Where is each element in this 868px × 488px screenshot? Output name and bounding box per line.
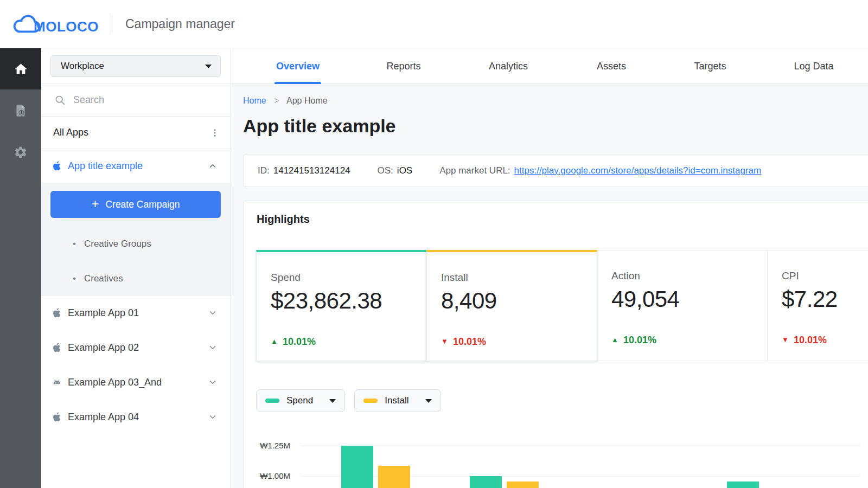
sidebar-item-selected-app[interactable]: App title example <box>41 149 231 183</box>
metric-delta: ▼10.01% <box>441 336 486 348</box>
metric-delta: ▲10.01% <box>271 336 316 348</box>
search-input[interactable] <box>73 94 203 106</box>
metric-label: Spend <box>271 272 301 284</box>
spend-swatch-icon <box>265 399 279 403</box>
metric-card-action[interactable]: Action 49,054 ▲10.01% <box>597 250 768 361</box>
rail-home-button[interactable] <box>0 48 41 89</box>
workspace-selector-label: Workplace <box>61 61 205 72</box>
chevron-down-icon[interactable] <box>208 343 218 352</box>
sidebar-item-app-03[interactable]: Example App 03_And <box>41 365 231 400</box>
gear-icon <box>14 145 28 159</box>
svg-text:$: $ <box>21 111 23 115</box>
breadcrumb-home-link[interactable]: Home <box>243 96 266 105</box>
metric-dropdown-install[interactable]: Install <box>354 389 441 412</box>
create-campaign-button[interactable]: + Create Campaign <box>50 191 221 218</box>
app-os-label: OS: <box>378 165 393 176</box>
chevron-up-icon[interactable] <box>208 161 218 171</box>
metric-delta: ▲10.01% <box>611 335 656 346</box>
apple-icon <box>52 342 62 353</box>
product-title: Campaign manager <box>125 17 235 31</box>
chevron-down-icon[interactable] <box>208 412 218 422</box>
y-tick-label: ₩1.00M <box>257 471 290 480</box>
delta-arrow-icon: ▼ <box>782 336 789 344</box>
delta-arrow-icon: ▼ <box>441 337 448 345</box>
metric-label: Install <box>441 272 468 284</box>
bullet-icon: • <box>73 273 76 284</box>
metric-dropdown-spend[interactable]: Spend <box>256 389 345 412</box>
tab-reports[interactable]: Reports <box>386 48 420 84</box>
chevron-down-icon[interactable] <box>208 308 218 318</box>
selected-app-expanded-menu: + Create Campaign • Creative Groups • Cr… <box>41 183 231 296</box>
sidebar-item-creatives[interactable]: • Creatives <box>41 268 231 290</box>
sidebar-item-app-01[interactable]: Example App 01 <box>41 296 231 330</box>
metric-delta: ▼10.01% <box>782 335 827 346</box>
bar-spend-0 <box>341 446 373 488</box>
highlights-card: Highlights Spend $23,862.38 ▲10.01% Inst… <box>243 201 868 488</box>
sidebar-item-app-04[interactable]: Example App 04 <box>41 400 231 434</box>
caret-down-icon <box>329 399 336 403</box>
bar-spend-3 <box>727 481 759 488</box>
workspace-selector-row: Workplace <box>41 48 231 84</box>
app-market-url-group: App market URL: https://play.google.com/… <box>439 165 761 176</box>
metric-value: $23,862.38 <box>271 288 382 314</box>
highlights-title: Highlights <box>257 213 310 226</box>
metric-dropdown-label: Spend <box>286 395 313 406</box>
install-swatch-icon <box>363 399 378 403</box>
nav-rail: $ <box>0 48 41 488</box>
rail-settings-button[interactable] <box>0 132 41 173</box>
creatives-label: Creatives <box>84 273 123 284</box>
chart-metric-selectors: Spend Install <box>256 389 450 412</box>
metric-value: 8,409 <box>441 288 497 314</box>
delta-arrow-icon: ▲ <box>611 336 618 344</box>
app-header: MOLOCO Campaign manager <box>0 0 868 48</box>
metric-value: 49,054 <box>611 286 679 312</box>
moloco-logo[interactable]: MOLOCO <box>13 13 99 35</box>
app-market-url-label: App market URL: <box>439 165 510 176</box>
sidebar-item-all-apps[interactable]: All Apps <box>41 117 231 149</box>
metric-strip: Spend $23,862.38 ▲10.01% Install 8,409 ▼… <box>256 250 868 361</box>
y-tick-label: ₩1.25M <box>257 441 290 450</box>
metric-card-spend[interactable]: Spend $23,862.38 ▲10.01% <box>256 250 427 361</box>
chevron-down-icon[interactable] <box>208 377 218 387</box>
caret-down-icon <box>425 399 432 403</box>
apple-icon <box>52 412 62 422</box>
metric-card-cpi[interactable]: CPI $7.22 ▼10.01% <box>767 250 868 361</box>
android-icon <box>52 377 62 388</box>
tab-overview[interactable]: Overview <box>276 48 320 84</box>
main-area: Overview Reports Analytics Assets Target… <box>231 48 868 488</box>
sidebar-item-app-02[interactable]: Example App 02 <box>41 330 231 365</box>
metric-card-install[interactable]: Install 8,409 ▼10.01% <box>426 250 597 361</box>
app-row-label: Example App 01 <box>68 307 208 319</box>
app-id-group: ID: 141241513124124 <box>258 165 350 176</box>
main-tabbar: Overview Reports Analytics Assets Target… <box>231 48 868 84</box>
selected-app-label: App title example <box>68 160 208 172</box>
apple-icon <box>52 160 62 171</box>
bar-install-0 <box>378 466 410 488</box>
kebab-menu-icon[interactable] <box>210 128 220 138</box>
tab-targets[interactable]: Targets <box>694 48 726 84</box>
tab-analytics[interactable]: Analytics <box>489 48 528 84</box>
delta-value: 10.01% <box>283 336 316 348</box>
metric-dropdown-label: Install <box>385 395 409 406</box>
bullet-icon: • <box>73 239 76 249</box>
apple-icon <box>52 307 62 318</box>
home-icon <box>14 62 28 76</box>
metric-label: Action <box>611 270 640 282</box>
tab-assets[interactable]: Assets <box>597 48 626 84</box>
app-os-group: OS: iOS <box>378 165 413 176</box>
logo-text: MOLOCO <box>34 18 99 35</box>
delta-value: 10.01% <box>794 335 827 346</box>
bar-chart: ₩1.25M₩1.00M <box>244 429 868 488</box>
tab-log-data[interactable]: Log Data <box>794 48 833 84</box>
app-market-url-link[interactable]: https://play.google.com/store/apps/detai… <box>514 165 762 176</box>
metric-label: CPI <box>782 270 799 282</box>
breadcrumb: Home > App Home <box>243 96 328 106</box>
breadcrumb-current: App Home <box>286 96 328 105</box>
main-content: Home > App Home App title example ID: 14… <box>231 84 868 488</box>
workspace-selector[interactable]: Workplace <box>50 55 221 77</box>
sidebar-search-row <box>41 84 231 117</box>
sidebar-item-creative-groups[interactable]: • Creative Groups <box>41 233 231 255</box>
delta-value: 10.01% <box>623 335 656 346</box>
rail-billing-button[interactable]: $ <box>0 90 41 131</box>
app-sidebar: Workplace All Apps App title example + C… <box>41 48 231 488</box>
